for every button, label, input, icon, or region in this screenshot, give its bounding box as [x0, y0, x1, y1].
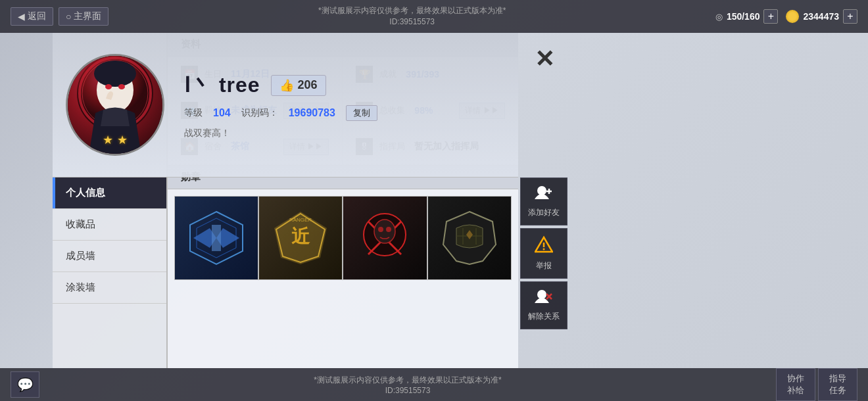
guide-mission-button[interactable]: 指导 任务 — [818, 368, 857, 401]
home-label: 主界面 — [74, 11, 101, 22]
profile-name: Ⅰ丶 tree — [184, 71, 260, 100]
coin-icon — [786, 10, 799, 23]
badge-art-2: 近 RANGER COLLECTION — [268, 205, 334, 271]
avatar-stars: ★★ — [103, 133, 128, 147]
sidebar-label-personal-info: 个人信息 — [66, 187, 105, 198]
sidebar-item-collection[interactable]: 收藏品 — [53, 209, 166, 241]
home-button[interactable]: ○ 主界面 — [59, 7, 108, 26]
add-friend-icon — [535, 185, 553, 204]
svg-point-5 — [94, 60, 136, 87]
sidebar-item-member-wall[interactable]: 成员墙 — [53, 241, 166, 272]
avatar: ★★ — [66, 54, 164, 156]
bottom-user-id: ID:39515573 — [39, 386, 776, 395]
svg-point-27 — [537, 186, 546, 195]
badge-item-1[interactable]: COLLECTION — [174, 196, 258, 280]
main-panel: ★★ Ⅰ丶 tree 👍 206 等级 104 识 — [53, 33, 815, 368]
back-label: 返回 — [28, 11, 46, 22]
badge-art-4: COLLECTION — [436, 205, 502, 271]
profile-name-row: Ⅰ丶 tree 👍 206 — [184, 71, 498, 100]
coop-supply-button[interactable]: 协作 补给 — [776, 368, 815, 401]
close-button[interactable]: ✕ — [528, 43, 561, 76]
id-value: 19690783 — [289, 107, 335, 119]
copy-id-button[interactable]: 复制 — [346, 105, 377, 121]
capacity-value: 150/160 — [727, 11, 760, 22]
profile-info: Ⅰ丶 tree 👍 206 等级 104 识别码： 19690783 复制 战双… — [184, 71, 498, 139]
sidebar-item-personal-info[interactable]: 个人信息 — [53, 177, 166, 209]
svg-point-20 — [374, 220, 395, 243]
add-friend-label: 添加好友 — [528, 207, 560, 218]
top-bar-left: ◀ 返回 ○ 主界面 — [11, 7, 108, 26]
unfollow-icon — [535, 289, 553, 308]
notice-text: *测试服展示内容仅供参考，最终效果以正式版本为准* — [318, 5, 506, 16]
capacity-counter: ◎ 150/160 + — [715, 9, 779, 24]
report-label: 举报 — [536, 260, 552, 271]
chat-icon: 💬 — [17, 377, 34, 392]
sidebar-label-paint-wall: 涂装墙 — [66, 281, 95, 293]
name-value: tree — [219, 73, 260, 97]
top-user-id: ID:39515573 — [318, 16, 506, 28]
coins-plus-button[interactable]: + — [843, 9, 857, 24]
coop-label-1: 协作 — [786, 373, 806, 385]
bottom-bar: 💬 *测试服展示内容仅供参考，最终效果以正式版本为准* ID:39515573 … — [0, 368, 868, 401]
sidebar-item-paint-wall[interactable]: 涂装墙 — [53, 272, 166, 304]
badge-section: 勋章 COLLECTION — [168, 166, 518, 293]
badge-art-3: COLLECTION — [352, 205, 418, 271]
add-friend-button[interactable]: 添加好友 — [520, 177, 567, 225]
report-button[interactable]: 举报 — [520, 228, 567, 279]
id-label: 识别码： — [241, 107, 278, 119]
level-value: 104 — [213, 107, 231, 119]
top-bar: ◀ 返回 ○ 主界面 *测试服展示内容仅供参考，最终效果以正式版本为准* ID:… — [0, 0, 868, 33]
badge-art-1: COLLECTION — [183, 205, 250, 271]
back-arrow-icon: ◀ — [18, 11, 25, 22]
unfollow-label: 解除关系 — [528, 311, 560, 322]
top-bar-notice: *测试服展示内容仅供参考，最终效果以正式版本为准* ID:39515573 — [318, 5, 506, 28]
bottom-notice-text: *测试服展示内容仅供参考，最终效果以正式版本为准* — [39, 375, 776, 386]
svg-point-32 — [542, 248, 544, 250]
capacity-icon: ◎ — [715, 12, 723, 22]
badge-item-2[interactable]: 近 RANGER COLLECTION — [258, 196, 343, 280]
svg-rect-10 — [212, 225, 221, 251]
level-label: 等级 — [184, 107, 203, 119]
guide-label-2: 任务 — [828, 385, 848, 396]
bottom-bar-notice: *测试服展示内容仅供参考，最终效果以正式版本为准* ID:39515573 — [39, 375, 776, 395]
report-icon — [535, 235, 553, 258]
coins-counter: 2344473 + — [786, 9, 857, 24]
svg-point-6 — [105, 84, 112, 89]
sidebar-label-member-wall: 成员墙 — [66, 250, 95, 261]
svg-point-22 — [386, 227, 391, 232]
svg-point-33 — [537, 290, 546, 299]
name-prefix: Ⅰ丶 — [184, 73, 212, 97]
unfollow-button[interactable]: 解除关系 — [520, 281, 567, 329]
like-icon: 👍 — [279, 78, 294, 93]
back-button[interactable]: ◀ 返回 — [11, 7, 53, 26]
like-badge: 👍 206 — [271, 75, 326, 96]
panel-wrapper: ★★ Ⅰ丶 tree 👍 206 等级 104 识 — [53, 33, 518, 368]
svg-point-21 — [378, 227, 383, 232]
profile-status: 战双赛高！ — [184, 128, 498, 139]
profile-header: ★★ Ⅰ丶 tree 👍 206 等级 104 识 — [53, 33, 518, 177]
profile-level-row: 等级 104 识别码： 19690783 复制 — [184, 105, 498, 121]
sidebar-label-collection: 收藏品 — [66, 218, 95, 229]
coins-value: 2344473 — [803, 11, 839, 22]
right-actions: 添加好友 举报 — [520, 177, 567, 329]
top-bar-right: ◎ 150/160 + 2344473 + — [715, 9, 857, 24]
svg-point-7 — [118, 84, 125, 89]
badge-item-3[interactable]: COLLECTION — [343, 196, 427, 280]
svg-text:RANGER: RANGER — [289, 217, 312, 223]
badge-grid: COLLECTION 近 RANGER — [168, 189, 518, 287]
chat-button[interactable]: 💬 — [11, 371, 39, 398]
coop-label-2: 补给 — [786, 385, 806, 396]
home-icon: ○ — [66, 11, 71, 22]
guide-label-1: 指导 — [828, 373, 848, 385]
badge-item-4[interactable]: COLLECTION — [427, 196, 512, 280]
capacity-plus-button[interactable]: + — [763, 9, 778, 24]
svg-text:近: 近 — [291, 226, 310, 247]
like-count: 206 — [298, 78, 318, 92]
